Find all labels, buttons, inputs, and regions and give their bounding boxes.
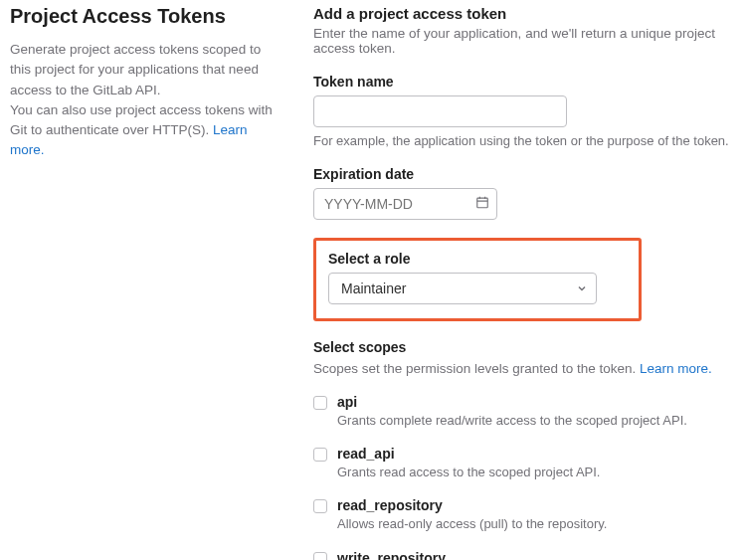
sidebar: Project Access Tokens Generate project a…: [10, 5, 274, 560]
form-subtitle: Enter the name of your application, and …: [313, 26, 735, 56]
token-name-input[interactable]: [313, 95, 567, 127]
expiration-group: Expiration date: [313, 166, 735, 220]
scope-desc: Grants complete read/write access to the…: [337, 412, 735, 430]
sidebar-description: Generate project access tokens scoped to…: [10, 40, 274, 161]
scope-desc: Grants read access to the scoped project…: [337, 464, 735, 481]
main-form: Add a project access token Enter the nam…: [313, 5, 735, 560]
expiration-input[interactable]: [313, 188, 497, 220]
scope-item-api: api Grants complete read/write access to…: [313, 394, 735, 430]
role-label: Select a role: [328, 251, 627, 267]
token-name-group: Token name For example, the application …: [313, 74, 735, 148]
scope-item-read-repository: read_repository Allows read-only access …: [313, 497, 735, 533]
scopes-label: Select scopes: [313, 339, 735, 355]
scope-desc: Allows read-only access (pull) to the re…: [337, 515, 735, 533]
scope-item-write-repository: write_repository Allows read-write acces…: [313, 550, 735, 560]
scope-name: write_repository: [337, 550, 735, 560]
scope-name: read_api: [337, 446, 735, 462]
role-select[interactable]: Maintainer: [328, 273, 597, 304]
scope-name: api: [337, 394, 735, 410]
scope-checkbox-read-repository[interactable]: [313, 499, 327, 513]
scope-checkbox-write-repository[interactable]: [313, 552, 327, 560]
scopes-group: Select scopes Scopes set the permission …: [313, 339, 735, 560]
scopes-description: Scopes set the permission levels granted…: [313, 361, 735, 376]
scope-item-read-api: read_api Grants read access to the scope…: [313, 446, 735, 481]
scope-checkbox-read-api[interactable]: [313, 448, 327, 462]
expiration-label: Expiration date: [313, 166, 735, 182]
form-heading: Add a project access token: [313, 5, 735, 22]
role-highlight-box: Select a role Maintainer: [313, 238, 642, 321]
token-name-label: Token name: [313, 74, 735, 90]
scopes-learn-more-link[interactable]: Learn more.: [640, 361, 712, 376]
page-title: Project Access Tokens: [10, 5, 274, 28]
scope-name: read_repository: [337, 497, 735, 513]
scope-checkbox-api[interactable]: [313, 396, 327, 410]
token-name-helper: For example, the application using the t…: [313, 133, 735, 148]
